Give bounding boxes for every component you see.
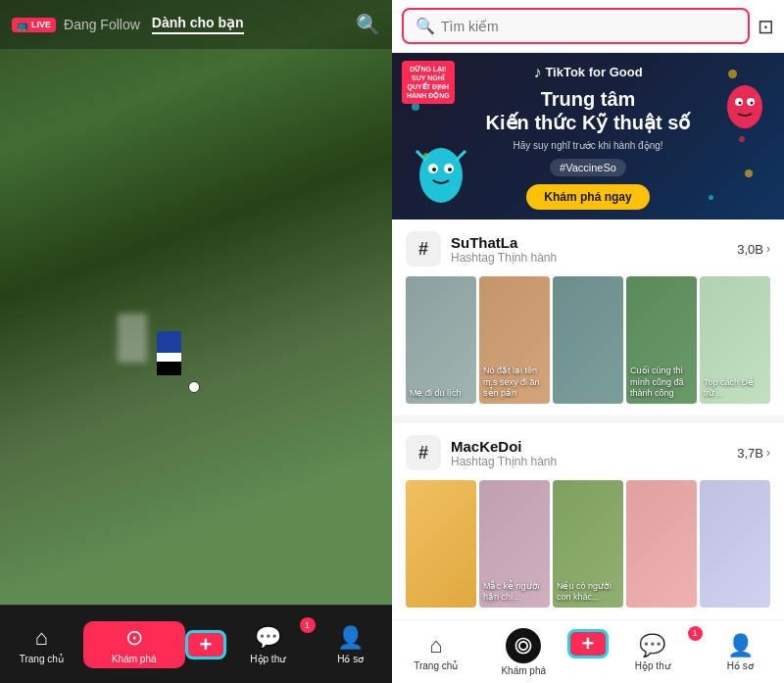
r-nav-home[interactable]: ⌂ Trang chủ	[392, 633, 480, 671]
banner-hashtag: #VaccineSo	[550, 159, 626, 176]
blur-overlay	[0, 0, 392, 605]
r-profile-icon: 👤	[727, 633, 754, 659]
left-bottom-nav: ⌂ Trang chủ ⊙ Khám phá + 💬 Hộp thư 1 👤 H…	[0, 605, 392, 683]
hashtag-count-2[interactable]: 3,7B ›	[737, 446, 770, 461]
home-label: Trang chủ	[20, 654, 64, 664]
hashtag-name-1[interactable]: SuThatLa	[451, 234, 557, 251]
tiktok-logo: TikTok for Good	[533, 64, 642, 81]
r-nav-inbox[interactable]: 💬 Hộp thư 1	[609, 633, 697, 671]
hashtag-info-2: # MacKeDoi Hashtag Thịnh hành	[406, 435, 557, 470]
r-add-button[interactable]: +	[567, 629, 609, 659]
explore-label: Khám phá	[112, 654, 157, 664]
video-label-1-5: Top cách Đề trừ...	[704, 377, 766, 400]
hashtag-name-2[interactable]: MacKeDoi	[451, 438, 557, 455]
explore-circle	[506, 628, 541, 663]
video-thumb-2-1[interactable]	[406, 480, 476, 608]
hashtag-header-1: # SuThatLa Hashtag Thịnh hành 3,0B ›	[406, 231, 770, 267]
scan-icon[interactable]: ⊡	[758, 15, 774, 38]
nav-for-you[interactable]: Dành cho bạn	[152, 15, 244, 34]
add-button[interactable]: +	[185, 630, 226, 659]
explore-icon: ⊙	[125, 625, 143, 651]
r-inbox-label: Hộp thư	[635, 660, 670, 671]
inbox-label: Hộp thư	[250, 654, 285, 664]
nav-profile[interactable]: 👤 Hồ sơ	[310, 625, 393, 664]
hashtag-section-1: # SuThatLa Hashtag Thịnh hành 3,0B › Mẹ …	[392, 220, 784, 415]
r-inbox-badge: 1	[688, 626, 703, 641]
nav-home[interactable]: ⌂ Trang chủ	[0, 625, 83, 664]
r-inbox-icon: 💬	[639, 633, 665, 659]
video-thumb-2-3[interactable]: Nếu có người con khác...	[553, 480, 623, 608]
svg-point-10	[739, 102, 742, 105]
hashtag-count-1[interactable]: 3,0B ›	[737, 242, 770, 257]
video-label-1-1: Mẹ đi du lịch	[410, 388, 472, 400]
nav-explore[interactable]: ⊙ Khám phá	[83, 621, 186, 668]
hashtag-details-2: MacKeDoi Hashtag Thịnh hành	[451, 438, 557, 468]
profile-icon: 👤	[337, 625, 364, 651]
left-top-nav: LIVE Đang Follow Dành cho bạn 🔍	[0, 0, 392, 49]
dot2	[412, 103, 419, 111]
home-icon: ⌂	[35, 625, 48, 651]
video-grid-1: Mẹ đi du lịch Nó đặt lại tên m.s sexy đi…	[406, 276, 770, 404]
dot7	[739, 136, 745, 142]
dot9	[709, 195, 713, 200]
hashtag-sub-2: Hashtag Thịnh hành	[451, 455, 557, 468]
r-home-icon: ⌂	[429, 633, 442, 659]
chevron-icon-2: ›	[766, 446, 770, 460]
search-input[interactable]	[441, 19, 736, 34]
banner-character-left	[412, 131, 470, 210]
soccer-player	[157, 331, 181, 375]
svg-line-6	[456, 151, 466, 161]
video-label-2-3: Nếu có người con khác...	[557, 581, 619, 604]
search-icon-right: 🔍	[416, 17, 435, 35]
r-home-label: Trang chủ	[414, 660, 458, 671]
right-top-bar: 🔍 ⊡	[392, 0, 784, 53]
tiktok-for-good-banner: DỪNG LẠI! SUY NGHĨ QUYẾT ĐỊNH HÀNH ĐỘNG	[392, 53, 784, 220]
hash-icon-1: #	[406, 231, 441, 267]
video-thumb-1-1[interactable]: Mẹ đi du lịch	[406, 276, 476, 404]
hashtag-header-2: # MacKeDoi Hashtag Thịnh hành 3,7B ›	[406, 435, 770, 470]
hashtag-details-1: SuThatLa Hashtag Thịnh hành	[451, 234, 557, 265]
video-label-2-2: Mắc kẻ người hận chị...	[483, 581, 546, 604]
hashtag-section-2: # MacKeDoi Hashtag Thịnh hành 3,7B › Mắc…	[392, 423, 784, 619]
explore-svg-icon	[514, 636, 533, 656]
inbox-badge: 1	[300, 617, 316, 633]
svg-point-0	[419, 148, 463, 203]
chevron-icon-1: ›	[766, 242, 770, 256]
section-divider-1	[392, 415, 784, 423]
search-bar[interactable]: 🔍	[402, 8, 750, 44]
r-nav-profile[interactable]: 👤 Hồ sơ	[697, 633, 785, 671]
video-thumb-2-4[interactable]	[626, 480, 697, 608]
soccer-ball	[188, 381, 200, 393]
banner-stop-sign: DỪNG LẠI! SUY NGHĨ QUYẾT ĐỊNH HÀNH ĐỘNG	[402, 61, 455, 104]
left-panel: LIVE Đang Follow Dành cho bạn 🔍 ⌂ Trang …	[0, 0, 392, 683]
r-nav-explore[interactable]: Khám phá	[480, 628, 568, 676]
video-thumb-1-4[interactable]: Cuối cùng thì mình cũng đã thành công	[626, 276, 697, 404]
nav-inbox[interactable]: 💬 Hộp thư 1	[226, 625, 310, 664]
hash-icon-2: #	[406, 435, 441, 470]
banner-title: Trung tâm Kiến thức Kỹ thuật số	[486, 87, 691, 134]
video-thumb-1-2[interactable]: Nó đặt lại tên m.s sexy đi ăn sẻn pần	[479, 276, 550, 404]
right-panel: 🔍 ⊡ DỪNG LẠI! SUY NGHĨ QUYẾT ĐỊNH HÀNH Đ…	[392, 0, 784, 683]
video-thumb-2-2[interactable]: Mắc kẻ người hận chị...	[479, 480, 550, 608]
video-thumb-1-3[interactable]	[553, 276, 623, 404]
video-label-1-4: Cuối cùng thì mình cũng đã thành công	[630, 366, 693, 400]
svg-line-5	[416, 151, 426, 161]
inbox-icon: 💬	[255, 625, 281, 651]
banner-character-right	[720, 73, 769, 131]
video-label-1-2: Nó đặt lại tên m.s sexy đi ăn sẻn pần	[483, 366, 546, 400]
svg-point-4	[448, 168, 452, 171]
video-thumb-2-5[interactable]	[700, 480, 770, 608]
banner-subtitle: Hãy suy nghĩ trước khi hành động!	[513, 140, 662, 151]
hashtag-info-1: # SuThatLa Hashtag Thịnh hành	[406, 231, 557, 267]
r-profile-label: Hồ sơ	[727, 660, 754, 671]
nav-following[interactable]: Đang Follow	[64, 17, 140, 32]
video-background	[0, 0, 392, 605]
svg-point-3	[432, 168, 436, 171]
svg-point-11	[751, 102, 754, 105]
svg-point-7	[727, 85, 762, 128]
dot8	[745, 170, 753, 177]
video-thumb-1-5[interactable]: Top cách Đề trừ...	[700, 276, 770, 404]
right-bottom-nav: ⌂ Trang chủ Khám phá + 💬 Hộp thư 1 👤 Hồ …	[392, 619, 784, 683]
banner-cta-button[interactable]: Khám phá ngay	[526, 184, 649, 210]
search-icon[interactable]: 🔍	[356, 13, 380, 36]
